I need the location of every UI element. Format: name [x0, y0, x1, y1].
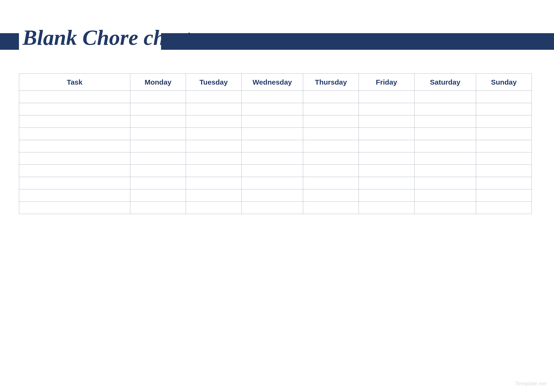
col-header-task: Task: [19, 74, 130, 91]
table-cell[interactable]: [130, 189, 186, 202]
table-cell[interactable]: [19, 128, 130, 140]
table-cell[interactable]: [414, 103, 476, 115]
table-cell[interactable]: [241, 140, 303, 152]
table-cell[interactable]: [414, 91, 476, 103]
table-cell[interactable]: [241, 152, 303, 165]
table-cell[interactable]: [303, 177, 359, 189]
table-cell[interactable]: [186, 91, 241, 103]
col-header-monday: Monday: [130, 74, 186, 91]
table-row: [19, 177, 532, 189]
table-row: [19, 152, 532, 165]
table-cell[interactable]: [186, 103, 241, 115]
col-header-saturday: Saturday: [414, 74, 476, 91]
table-cell[interactable]: [414, 165, 476, 177]
table-cell[interactable]: [130, 202, 186, 214]
table-cell[interactable]: [359, 91, 414, 103]
table-cell[interactable]: [359, 115, 414, 128]
table-cell[interactable]: [130, 91, 186, 103]
chore-table-body: [19, 91, 532, 214]
table-cell[interactable]: [359, 152, 414, 165]
table-cell[interactable]: [130, 140, 186, 152]
table-cell[interactable]: [130, 152, 186, 165]
table-cell[interactable]: [303, 140, 359, 152]
table-row: [19, 189, 532, 202]
table-row: [19, 202, 532, 214]
table-cell[interactable]: [241, 189, 303, 202]
table-row: [19, 128, 532, 140]
table-cell[interactable]: [414, 189, 476, 202]
table-cell[interactable]: [186, 189, 241, 202]
table-cell[interactable]: [476, 91, 532, 103]
table-cell[interactable]: [303, 189, 359, 202]
table-cell[interactable]: [476, 103, 532, 115]
table-cell[interactable]: [130, 165, 186, 177]
table-cell[interactable]: [414, 140, 476, 152]
table-row: [19, 115, 532, 128]
table-cell[interactable]: [303, 103, 359, 115]
table-cell[interactable]: [186, 165, 241, 177]
table-cell[interactable]: [303, 202, 359, 214]
table-cell[interactable]: [241, 202, 303, 214]
table-cell[interactable]: [19, 202, 130, 214]
table-cell[interactable]: [359, 202, 414, 214]
table-cell[interactable]: [359, 140, 414, 152]
table-cell[interactable]: [19, 103, 130, 115]
table-cell[interactable]: [19, 115, 130, 128]
table-cell[interactable]: [130, 177, 186, 189]
table-cell[interactable]: [476, 202, 532, 214]
table-cell[interactable]: [414, 128, 476, 140]
banner-bar-left: [0, 33, 19, 50]
table-cell[interactable]: [303, 91, 359, 103]
table-cell[interactable]: [130, 128, 186, 140]
table-cell[interactable]: [414, 152, 476, 165]
table-cell[interactable]: [241, 115, 303, 128]
table-cell[interactable]: [476, 165, 532, 177]
table-cell[interactable]: [303, 152, 359, 165]
table-cell[interactable]: [19, 152, 130, 165]
table-cell[interactable]: [476, 189, 532, 202]
col-header-sunday: Sunday: [476, 74, 532, 91]
table-cell[interactable]: [19, 177, 130, 189]
table-cell[interactable]: [130, 115, 186, 128]
table-cell[interactable]: [476, 177, 532, 189]
table-cell[interactable]: [359, 165, 414, 177]
table-cell[interactable]: [186, 128, 241, 140]
table-cell[interactable]: [303, 128, 359, 140]
table-cell[interactable]: [186, 115, 241, 128]
table-cell[interactable]: [359, 189, 414, 202]
table-cell[interactable]: [19, 140, 130, 152]
table-cell[interactable]: [241, 177, 303, 189]
table-cell[interactable]: [186, 140, 241, 152]
title-banner: Blank Chore chart: [0, 33, 554, 50]
page-title: Blank Chore chart: [22, 27, 191, 48]
table-cell[interactable]: [186, 152, 241, 165]
table-cell[interactable]: [241, 103, 303, 115]
table-cell[interactable]: [19, 91, 130, 103]
table-cell[interactable]: [476, 128, 532, 140]
table-cell[interactable]: [414, 202, 476, 214]
table-cell[interactable]: [241, 165, 303, 177]
table-cell[interactable]: [476, 152, 532, 165]
table-row: [19, 103, 532, 115]
table-cell[interactable]: [414, 115, 476, 128]
table-cell[interactable]: [303, 165, 359, 177]
table-cell[interactable]: [359, 103, 414, 115]
table-cell[interactable]: [186, 202, 241, 214]
table-cell[interactable]: [19, 165, 130, 177]
table-cell[interactable]: [414, 177, 476, 189]
table-cell[interactable]: [359, 177, 414, 189]
table-cell[interactable]: [130, 103, 186, 115]
col-header-thursday: Thursday: [303, 74, 359, 91]
table-cell[interactable]: [303, 115, 359, 128]
table-cell[interactable]: [359, 128, 414, 140]
table-cell[interactable]: [186, 177, 241, 189]
table-cell[interactable]: [476, 115, 532, 128]
table-cell[interactable]: [476, 140, 532, 152]
table-cell[interactable]: [241, 91, 303, 103]
chore-table: Task Monday Tuesday Wednesday Thursday F…: [19, 73, 532, 214]
table-cell[interactable]: [241, 128, 303, 140]
table-cell[interactable]: [19, 189, 130, 202]
table-row: [19, 140, 532, 152]
table-row: [19, 165, 532, 177]
watermark-text: Template.net: [515, 381, 547, 387]
